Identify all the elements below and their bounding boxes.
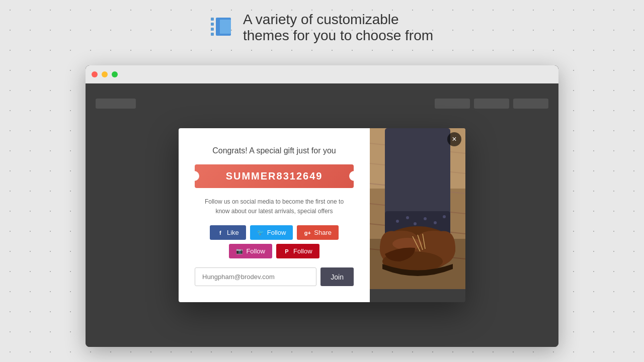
shoe-image [370,128,465,302]
browser-content: × Congrats! A special gift just for you … [86,83,558,347]
header-tagline: A variety of customizable themes for you… [243,12,433,44]
svg-point-22 [424,217,427,220]
close-icon: × [452,135,456,144]
modal-right-panel [370,128,465,302]
svg-point-20 [406,216,409,219]
tagline-line1: A variety of customizable [243,12,433,28]
svg-point-19 [396,220,399,223]
tagline-line2: themes for you to choose from [243,28,433,44]
instagram-icon: 📷 [236,248,243,255]
svg-rect-5 [220,20,231,34]
follow-instagram-label: Follow [246,247,265,255]
modal-overlay: × Congrats! A special gift just for you … [86,83,558,347]
svg-rect-1 [211,23,214,26]
svg-point-21 [414,222,417,225]
share-label: Share [314,229,332,236]
coupon-code-display: SUMMER8312649 [195,164,354,188]
pinterest-follow-button[interactable]: P Follow [276,244,319,258]
email-join-row: Join [195,267,354,286]
logo-icon [211,16,235,40]
join-button[interactable]: Join [320,267,354,286]
svg-rect-16 [385,128,450,219]
facebook-like-button[interactable]: f Like [210,225,246,240]
browser-window: × Congrats! A special gift just for you … [86,65,558,347]
svg-point-24 [443,215,446,218]
header-inner: A variety of customizable themes for you… [211,12,433,44]
maximize-traffic-light[interactable] [112,71,118,77]
modal-left-panel: Congrats! A special gift just for you SU… [179,128,370,302]
twitter-follow-button[interactable]: 🐦 Follow [250,225,293,240]
header: A variety of customizable themes for you… [0,0,644,55]
svg-rect-3 [211,33,214,36]
modal-container: × Congrats! A special gift just for you … [179,128,465,302]
social-buttons-row-2: 📷 Follow P Follow [229,244,319,258]
modal-title: Congrats! A special gift just for you [212,146,336,155]
twitter-icon: 🐦 [257,229,264,236]
gplus-share-button[interactable]: g+ Share [297,225,339,240]
follow-pinterest-label: Follow [293,247,312,255]
svg-rect-2 [211,28,214,31]
email-input[interactable] [195,267,316,286]
follow-twitter-label: Follow [267,229,286,236]
browser-titlebar [86,65,558,83]
svg-rect-0 [211,18,214,21]
pinterest-icon: P [283,248,290,255]
close-button[interactable]: × [447,132,461,146]
like-label: Like [227,229,239,236]
close-traffic-light[interactable] [92,71,98,77]
facebook-icon: f [217,229,224,236]
minimize-traffic-light[interactable] [102,71,108,77]
svg-point-23 [434,221,437,224]
instagram-follow-button[interactable]: 📷 Follow [229,244,272,258]
gplus-icon: g+ [304,229,311,236]
social-buttons-row-1: f Like 🐦 Follow g+ Share [210,225,339,240]
modal-subtitle: Follow us on social media to become the … [205,197,344,216]
